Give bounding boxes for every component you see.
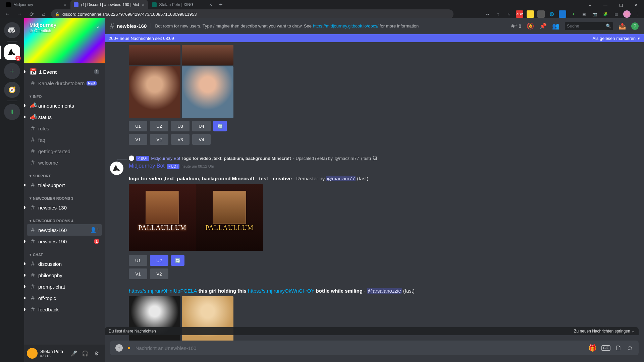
u2-button[interactable]: U2 <box>150 255 168 266</box>
home-button[interactable]: ⌂ <box>39 9 48 19</box>
channel-welcome[interactable]: #welcome <box>27 157 102 168</box>
channel-discussion[interactable]: #discussion <box>27 258 102 269</box>
window-close[interactable]: ✕ <box>629 0 644 10</box>
attach-button[interactable]: + <box>115 344 123 352</box>
tab-discord[interactable]: (1) Discord | #newbies-160 | Mid × <box>70 0 148 9</box>
window-minimize[interactable]: — <box>598 0 613 10</box>
reroll-button[interactable]: 🔄 <box>171 255 184 266</box>
jump-button[interactable]: Zu neuen Nachrichten springen ⌄ <box>574 329 635 334</box>
sticker-button[interactable]: 🗋 <box>615 344 622 352</box>
reply-reference[interactable]: ✓ BOT Midjourney Bot logo for video ,tex… <box>129 156 639 161</box>
forward-button[interactable]: → <box>15 9 24 19</box>
mention[interactable]: @maczim77 <box>326 176 356 181</box>
deafen-button[interactable]: 🎧 <box>80 348 91 359</box>
gift-button[interactable]: 🎁 <box>588 344 597 352</box>
channel-newbies-160[interactable]: #newbies-160👤⁺ <box>27 224 102 236</box>
generated-image[interactable] <box>129 66 180 118</box>
channel-status[interactable]: 📣status <box>27 111 102 123</box>
profile-avatar-icon[interactable] <box>623 10 631 18</box>
author-name[interactable]: Midjourney Bot <box>129 163 165 169</box>
channel-prompt-chat[interactable]: #prompt-chat <box>27 281 102 292</box>
u1-button[interactable]: U1 <box>129 255 147 266</box>
tab-search-dropdown[interactable]: ⌄ <box>582 0 598 10</box>
u2-button[interactable]: U2 <box>150 121 168 131</box>
new-tab-button[interactable]: + <box>216 0 226 9</box>
channel-getting-started[interactable]: #getting-started <box>27 145 102 157</box>
author-avatar[interactable] <box>110 162 123 175</box>
mute-mic-button[interactable]: 🎤̸ <box>68 348 79 359</box>
window-maximize[interactable]: ▢ <box>613 0 629 10</box>
add-server-button[interactable]: + <box>4 63 20 79</box>
generated-image[interactable]: PALLAULLUM PALLAULLUM <box>129 184 263 251</box>
ext-blue-icon[interactable] <box>559 10 566 18</box>
message-input[interactable]: + ● Nachricht an #newbies-160 🎁 GIF 🗋 ☺ <box>110 341 639 355</box>
reroll-button[interactable]: 🔄 <box>213 121 227 131</box>
settings-button[interactable]: ⚙ <box>91 348 102 359</box>
discover-button[interactable]: 🧭 <box>4 82 20 98</box>
tab-midjourney[interactable]: Midjourney × <box>3 0 70 9</box>
jump-to-present-bar[interactable]: Du liest ältere Nachrichten Zu neuen Nac… <box>105 327 639 335</box>
user-avatar[interactable] <box>27 348 38 359</box>
category-chat[interactable]: ▾ CHAT <box>27 247 102 258</box>
category-support[interactable]: ▾ SUPPORT <box>27 168 102 179</box>
member-list-button[interactable]: 👥 <box>552 22 559 30</box>
category-newcomer-4[interactable]: ▾ NEWCOMER ROOMS 4 <box>27 213 102 224</box>
v2-button[interactable]: V2 <box>150 268 168 279</box>
ext-abp-icon[interactable]: ABP <box>516 10 523 18</box>
v1-button[interactable]: V1 <box>129 268 147 279</box>
password-icon[interactable]: ⊶ <box>484 10 491 18</box>
close-icon[interactable]: × <box>64 2 66 7</box>
link[interactable]: https://s.mj.run/yOkWnGl-rOY <box>248 288 314 294</box>
u4-button[interactable]: U4 <box>192 121 211 131</box>
bookmark-icon[interactable]: ☆ <box>505 10 513 18</box>
pinned-button[interactable]: 📌 <box>539 22 547 30</box>
mark-read-button[interactable]: Als gelesen markieren ▾ <box>592 36 640 41</box>
mention[interactable]: @arsalanozzie <box>367 288 401 294</box>
v4-button[interactable]: V4 <box>192 134 211 145</box>
u1-button[interactable]: U1 <box>129 121 147 131</box>
ext-camera-icon[interactable]: 📷 <box>591 10 598 18</box>
home-button[interactable] <box>4 22 20 38</box>
mention[interactable]: @maczim77 <box>335 156 359 161</box>
close-icon[interactable]: × <box>209 2 212 7</box>
ext-globe-icon[interactable]: 🌐 <box>548 10 555 18</box>
generated-image[interactable] <box>129 45 180 65</box>
search-input[interactable]: Suche 🔍 <box>565 22 613 30</box>
channel-faq[interactable]: #faq <box>27 134 102 145</box>
threads-button[interactable]: #⁺8 <box>511 22 521 30</box>
help-button[interactable]: ? <box>631 22 639 30</box>
notification-button[interactable]: 🔕 <box>527 22 534 30</box>
ext-note-icon[interactable] <box>527 10 534 18</box>
link[interactable]: https://s.mj.run/9HnIUpPGELA <box>129 288 197 294</box>
channel-off-topic[interactable]: #off-topic <box>27 292 102 304</box>
new-messages-bar[interactable]: 200+ neue Nachrichten seit 08:09 Als gel… <box>105 34 644 42</box>
v2-button[interactable]: V2 <box>150 134 168 145</box>
u3-button[interactable]: U3 <box>171 121 190 131</box>
server-header[interactable]: Midjourney ⊕Öffentlich ⌄ <box>24 18 105 37</box>
guild-midjourney[interactable]: 1 <box>4 44 20 60</box>
chrome-menu-icon[interactable]: ⋮ <box>634 10 641 18</box>
ext-4-icon[interactable]: ▣ <box>580 10 588 18</box>
ext-green-icon[interactable]: ✦ <box>570 10 577 18</box>
channel-philosophy[interactable]: #philosophy <box>27 269 102 281</box>
extensions-icon[interactable]: 🧩 <box>602 10 609 18</box>
channel-newbies-130[interactable]: #newbies-130 <box>27 202 102 213</box>
generated-image[interactable] <box>182 45 233 65</box>
channel-rules[interactable]: #rules <box>27 123 102 134</box>
back-button[interactable]: ← <box>3 9 12 19</box>
channel-feedback[interactable]: #feedback <box>27 304 102 315</box>
tab-xing[interactable]: Stefan Petri | XING × <box>149 0 216 9</box>
add-person-icon[interactable]: 👤⁺ <box>90 227 99 233</box>
ext-square-icon[interactable] <box>537 10 545 18</box>
emoji-button[interactable]: ☺ <box>627 344 633 352</box>
channel-announcements[interactable]: 📣announcements <box>27 100 102 111</box>
channel-topic[interactable]: Bot room for new users. Type /imagine th… <box>151 23 508 28</box>
close-icon[interactable]: × <box>142 2 144 7</box>
category-newcomer-3[interactable]: ▾ NEWCOMER ROOMS 3 <box>27 191 102 202</box>
chevron-down-icon[interactable]: ⌄ <box>96 23 100 29</box>
reload-button[interactable]: ⟳ <box>27 9 36 19</box>
user-info[interactable]: Stefan Petri #3718 <box>40 349 66 358</box>
download-button[interactable]: ⬇ <box>4 104 20 120</box>
address-bar[interactable]: 🔒 discord.com/channels/66226797698429747… <box>51 9 453 19</box>
browse-channels-row[interactable]: # Kanäle durchstöbern NEU <box>27 77 102 89</box>
